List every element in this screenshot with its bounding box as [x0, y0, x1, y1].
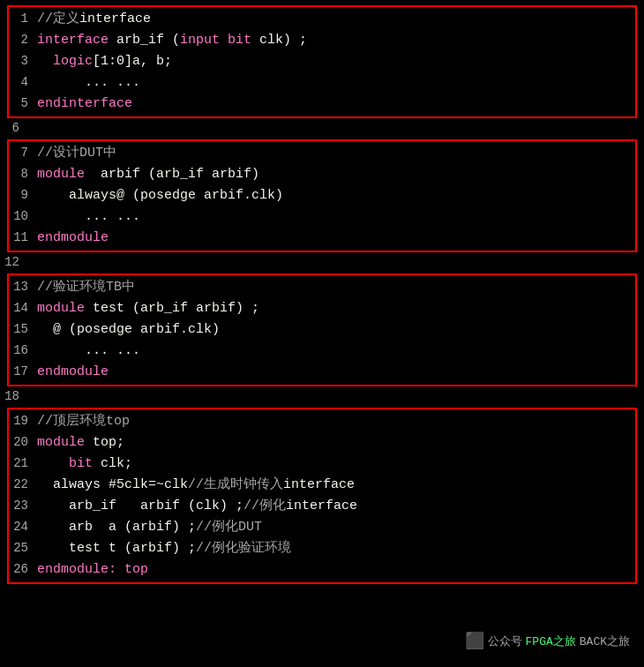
token: interface [37, 33, 109, 48]
code-line: 17endmodule [9, 362, 635, 383]
token: //顶层环境top [37, 414, 130, 429]
line-content [28, 252, 640, 273]
line-number: 10 [12, 207, 37, 227]
code-line: 23 arb_if arbif (clk) ;//例化interface [9, 496, 635, 517]
line-number: 17 [12, 363, 37, 382]
code-section-section3: 13//验证环境TB中14module test (arb_if arbif) … [7, 274, 637, 386]
token: //生成时钟传入 [188, 477, 283, 492]
code-line: 4 ... ... [9, 72, 635, 94]
line-number: 15 [12, 320, 37, 340]
code-line: 26endmodule: top [9, 559, 635, 581]
line-number: 14 [12, 299, 37, 319]
code-line: 21 bit clk; [9, 453, 635, 475]
line-content: bit clk; [37, 453, 632, 474]
line-content: module arbif (arb_if arbif) [37, 164, 632, 184]
token: bit [228, 33, 251, 48]
watermark: ⬛公众号FPGA之旅BACK之旅 [465, 630, 630, 655]
line-content: always@ (posedge arbif.clk) [37, 185, 632, 206]
token: clk) ; [251, 33, 307, 48]
token: always #5clk=~clk [37, 477, 188, 492]
line-content: interface arb_if (input bit clk) ; [37, 30, 632, 50]
token: //定义 [37, 11, 79, 26]
blank-line: 6 [0, 118, 644, 139]
line-number: 9 [12, 186, 37, 206]
token: module [37, 435, 85, 450]
line-number: 4 [12, 73, 37, 93]
blank-line: 18 [0, 386, 644, 408]
code-line: 2interface arb_if (input bit clk) ; [9, 30, 635, 51]
token: interface [79, 11, 151, 26]
token: interface [283, 477, 355, 492]
line-content: always #5clk=~clk//生成时钟传入interface [37, 475, 632, 495]
line-content: //设计DUT中 [37, 143, 632, 163]
line-number: 19 [12, 412, 37, 431]
token [37, 456, 69, 471]
token: top; [85, 435, 124, 450]
token: arb_if arbif (clk) ; [37, 498, 243, 513]
token: //例化验证环境 [196, 541, 291, 556]
watermark-label: 公众号 [488, 633, 522, 651]
code-line: 8module arbif (arb_if arbif) [9, 164, 635, 185]
token [37, 54, 53, 69]
token: //设计DUT中 [37, 146, 116, 161]
line-number: 25 [12, 539, 37, 558]
line-content: ... ... [37, 72, 632, 93]
token: test t (arbif) ; [37, 541, 196, 556]
code-block: 1//定义interface2interface arb_if (input b… [0, 0, 644, 589]
code-line: 5endinterface [9, 94, 635, 115]
line-content: arb a (arbif) ;//例化DUT [37, 517, 632, 537]
line-content [28, 386, 640, 407]
token: logic [53, 54, 93, 69]
token: ... ... [37, 343, 140, 358]
token: endmodule [37, 364, 109, 379]
line-number: 1 [12, 10, 37, 29]
code-line: 1//定义interface [9, 9, 635, 30]
code-section-section4: 19//顶层环境top20module top;21 bit clk;22 al… [7, 408, 637, 584]
token [220, 33, 228, 48]
line-content: module top; [37, 432, 632, 453]
line-number: 18 [4, 387, 28, 407]
token: endmodule: top [37, 562, 148, 577]
code-line: 7//设计DUT中 [9, 143, 635, 164]
line-number: 11 [12, 229, 37, 248]
code-line: 15 @ (posedge arbif.clk) [9, 319, 635, 341]
token: test (arb_if arbif) ; [85, 301, 259, 316]
watermark-icon: ⬛ [465, 630, 484, 655]
token: interface [286, 498, 357, 513]
token: always@ (posedge arbif.clk) [37, 188, 283, 203]
code-line: 13//验证环境TB中 [9, 277, 635, 298]
line-content: endmodule [37, 362, 632, 382]
line-number: 6 [4, 119, 28, 139]
code-section-section1: 1//定义interface2interface arb_if (input b… [7, 5, 637, 118]
line-content: endmodule: top [37, 559, 632, 580]
line-content: logic[1:0]a, b; [37, 51, 632, 71]
token: endinterface [37, 96, 132, 111]
line-content: //定义interface [37, 9, 632, 29]
line-content: //顶层环境top [37, 411, 632, 431]
line-content: module test (arb_if arbif) ; [37, 298, 632, 319]
watermark-suffix: BACK之旅 [580, 633, 630, 651]
line-content: //验证环境TB中 [37, 277, 632, 297]
code-line: 19//顶层环境top [9, 411, 635, 432]
code-line: 10 ... ... [9, 206, 635, 228]
line-number: 12 [4, 253, 28, 273]
line-content: endmodule [37, 228, 632, 248]
token: clk; [93, 456, 132, 471]
token: arb_if ( [109, 33, 180, 48]
token: module [37, 301, 85, 316]
line-number: 24 [12, 518, 37, 537]
line-number: 23 [12, 497, 37, 516]
token: //例化 [243, 498, 286, 513]
token: ... ... [37, 75, 140, 90]
line-number: 7 [12, 144, 37, 163]
code-line: 25 test t (arbif) ;//例化验证环境 [9, 538, 635, 559]
token: //验证环境TB中 [37, 280, 135, 295]
token: arbif (arb_if arbif) [85, 167, 259, 182]
token: arb a (arbif) ; [37, 520, 196, 535]
token: @ (posedge arbif.clk) [37, 322, 220, 337]
token: input [180, 33, 220, 48]
code-line: 14module test (arb_if arbif) ; [9, 298, 635, 319]
code-line: 16 ... ... [9, 341, 635, 362]
line-number: 13 [12, 278, 37, 297]
line-content [28, 118, 640, 139]
